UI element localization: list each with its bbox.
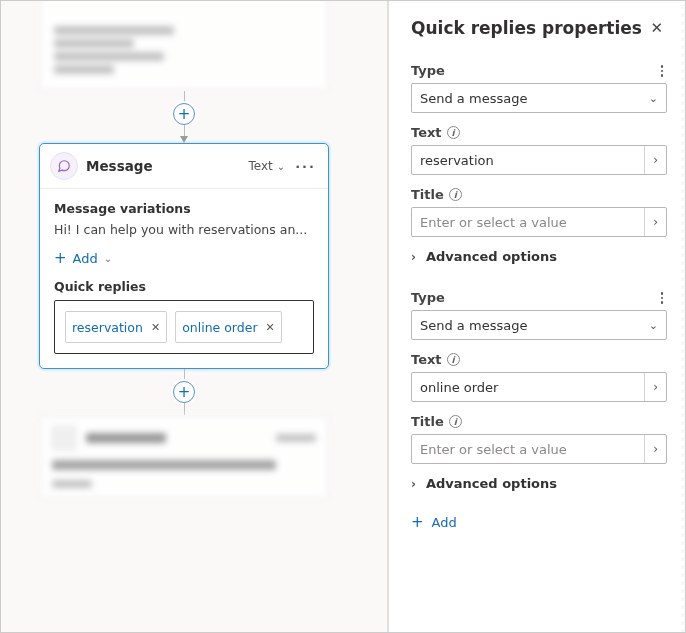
message-variations-label: Message variations (54, 201, 314, 216)
chevron-down-icon: ⌄ (104, 253, 112, 264)
add-node-button-bottom[interactable]: + (173, 381, 195, 403)
message-preview-text[interactable]: Hi! I can help you with reservations an.… (54, 222, 314, 237)
chevron-right-icon[interactable]: › (644, 146, 658, 174)
quick-reply-chip[interactable]: reservation ✕ (65, 311, 167, 343)
title-label: Title i (411, 414, 667, 429)
remove-chip-icon[interactable]: ✕ (266, 321, 275, 334)
quick-replies-input[interactable]: reservation ✕ online order ✕ (54, 300, 314, 354)
message-node-selected[interactable]: Message Text ⌄ ··· Message variations Hi… (39, 143, 329, 369)
add-variation-button[interactable]: + Add ⌄ (54, 247, 314, 279)
add-node-button-top[interactable]: + (173, 103, 195, 125)
type-select[interactable]: Send a message ⌄ (411, 310, 667, 340)
info-icon[interactable]: i (449, 188, 462, 201)
text-label: Text i (411, 352, 667, 367)
chevron-right-icon: › (411, 250, 416, 264)
chevron-right-icon[interactable]: › (644, 208, 658, 236)
text-input[interactable]: online order › (411, 372, 667, 402)
title-input[interactable]: Enter or select a value › (411, 207, 667, 237)
title-label: Title i (411, 187, 667, 202)
panel-title: Quick replies properties (411, 18, 642, 38)
text-input[interactable]: reservation › (411, 145, 667, 175)
item-more-menu[interactable] (657, 61, 668, 81)
title-input[interactable]: Enter or select a value › (411, 434, 667, 464)
properties-panel: Quick replies properties ✕ Type Send a m… (388, 1, 685, 632)
add-quick-reply-button[interactable]: + Add (411, 513, 667, 531)
close-panel-button[interactable]: ✕ (646, 15, 667, 41)
quick-replies-label: Quick replies (54, 279, 314, 294)
info-icon[interactable]: i (449, 415, 462, 428)
node-title: Message (86, 158, 241, 174)
prev-node-blurred (39, 1, 329, 91)
quick-reply-chip[interactable]: online order ✕ (175, 311, 282, 343)
chevron-right-icon[interactable]: › (644, 435, 658, 463)
type-label: Type (411, 290, 445, 305)
item-more-menu[interactable] (657, 288, 668, 308)
advanced-options-toggle[interactable]: › Advanced options (411, 249, 667, 264)
plus-icon: + (54, 249, 67, 267)
chevron-right-icon: › (411, 477, 416, 491)
text-label: Text i (411, 125, 667, 140)
chevron-down-icon: ⌄ (277, 161, 285, 172)
remove-chip-icon[interactable]: ✕ (151, 321, 160, 334)
node-more-menu[interactable]: ··· (293, 159, 318, 174)
type-label: Type (411, 63, 445, 78)
type-select[interactable]: Send a message ⌄ (411, 83, 667, 113)
authoring-canvas: + Message Text ⌄ ··· (1, 1, 388, 632)
chevron-right-icon[interactable]: › (644, 373, 658, 401)
advanced-options-toggle[interactable]: › Advanced options (411, 476, 667, 491)
next-node-blurred (39, 415, 329, 499)
plus-icon: + (411, 513, 424, 531)
info-icon[interactable]: i (447, 353, 460, 366)
node-output-type-selector[interactable]: Text ⌄ (249, 159, 286, 173)
chevron-down-icon: ⌄ (649, 92, 658, 105)
info-icon[interactable]: i (447, 126, 460, 139)
message-icon (50, 152, 78, 180)
chevron-down-icon: ⌄ (649, 319, 658, 332)
